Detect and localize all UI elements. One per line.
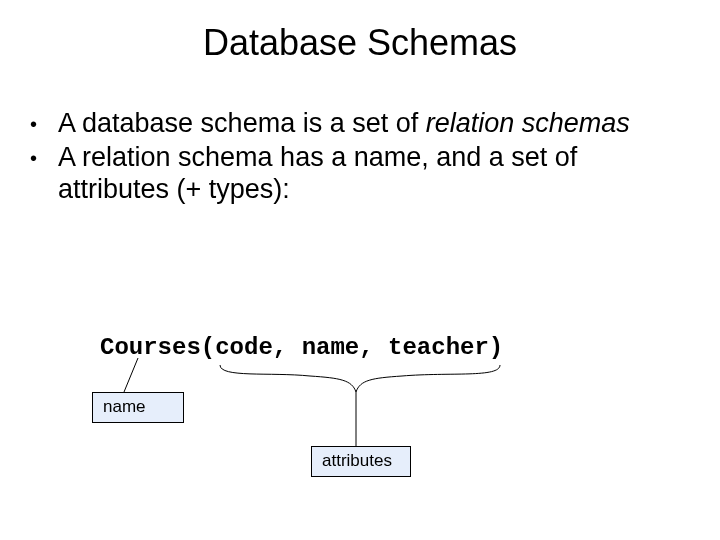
text-span: A relation schema has a name, and a set … [58,142,577,204]
bullet-list: • A database schema is a set of relation… [30,108,680,206]
slide-title: Database Schemas [0,0,720,64]
bullet-text: A relation schema has a name, and a set … [58,142,680,206]
text-span: A database schema is a set of [58,108,426,138]
bullet-text: A database schema is a set of relation s… [58,108,680,140]
bullet-marker: • [30,108,58,140]
callout-name: name [92,392,184,423]
bullet-item: • A database schema is a set of relation… [30,108,680,140]
curly-brace-icon [220,365,500,392]
bullet-item: • A relation schema has a name, and a se… [30,142,680,206]
text-italic: relation schemas [426,108,630,138]
callout-pointer-line [124,358,138,392]
bullet-marker: • [30,142,58,206]
schema-code: Courses(code, name, teacher) [100,334,503,361]
callout-attributes: attributes [311,446,411,477]
